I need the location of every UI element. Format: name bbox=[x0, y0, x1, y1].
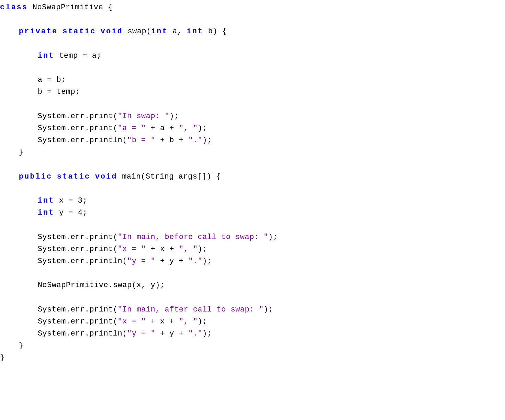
text bbox=[123, 27, 128, 36]
punct: } bbox=[0, 353, 5, 362]
ident: System bbox=[38, 317, 66, 326]
punct: . bbox=[85, 112, 90, 121]
ident: print bbox=[89, 245, 113, 253]
text bbox=[182, 27, 187, 36]
var-a: a bbox=[92, 52, 97, 60]
ident: err bbox=[71, 305, 85, 314]
punct: } bbox=[19, 148, 24, 157]
ident: println bbox=[89, 329, 122, 338]
punct: , bbox=[141, 281, 146, 290]
ident: err bbox=[71, 233, 85, 241]
punct: . bbox=[66, 136, 71, 145]
text bbox=[146, 281, 151, 290]
punct: ( bbox=[113, 245, 118, 253]
punct: ) bbox=[169, 112, 174, 121]
ident: print bbox=[89, 317, 113, 326]
text bbox=[58, 27, 63, 36]
punct: ) bbox=[202, 136, 207, 145]
punct: ; bbox=[75, 88, 80, 96]
text bbox=[54, 196, 59, 205]
punct: . bbox=[85, 233, 90, 241]
punct: . bbox=[85, 124, 90, 133]
punct: . bbox=[66, 124, 71, 133]
op-plus: + bbox=[155, 329, 169, 338]
keyword-public: public bbox=[19, 172, 52, 181]
keyword-int: int bbox=[38, 208, 55, 217]
op-plus: + bbox=[155, 257, 169, 265]
punct: . bbox=[85, 317, 90, 326]
keyword-static: static bbox=[57, 172, 90, 181]
param-a: a bbox=[172, 27, 177, 36]
ident: err bbox=[71, 329, 85, 338]
punct: = bbox=[78, 52, 92, 60]
text bbox=[54, 52, 59, 60]
punct: ) bbox=[202, 257, 207, 265]
method-call: swap bbox=[113, 281, 132, 290]
string-literal: "In swap: " bbox=[118, 112, 170, 121]
punct: . bbox=[66, 317, 71, 326]
ident: err bbox=[71, 124, 85, 133]
punct: ) bbox=[202, 329, 207, 338]
var-y: y bbox=[59, 208, 64, 217]
ident: println bbox=[89, 257, 122, 265]
keyword-class: class bbox=[0, 3, 28, 12]
ident: System bbox=[38, 112, 66, 121]
text bbox=[54, 208, 59, 217]
ident: err bbox=[71, 112, 85, 121]
var-b: b bbox=[56, 76, 61, 84]
punct: , bbox=[177, 27, 182, 36]
op-plus: + bbox=[155, 136, 169, 145]
ident: err bbox=[71, 245, 85, 253]
punct: ) bbox=[268, 233, 273, 241]
class-name: NoSwapPrimitive bbox=[33, 3, 103, 12]
punct: = bbox=[64, 196, 78, 205]
punct: ; bbox=[82, 196, 87, 205]
punct: } bbox=[19, 341, 24, 350]
var-a: a bbox=[160, 124, 165, 133]
punct: . bbox=[85, 305, 90, 314]
punct: . bbox=[85, 245, 90, 253]
op-plus: + bbox=[146, 124, 160, 133]
punct: ) bbox=[198, 124, 203, 133]
punct: ; bbox=[207, 329, 212, 338]
keyword-int: int bbox=[151, 27, 168, 36]
op-plus: + bbox=[165, 317, 179, 326]
var-a: a bbox=[38, 76, 43, 84]
punct: ; bbox=[202, 245, 207, 253]
ident: println bbox=[89, 136, 122, 145]
ident: System bbox=[38, 124, 66, 133]
method-name: main bbox=[122, 172, 141, 181]
text bbox=[117, 172, 122, 181]
punct: = bbox=[42, 88, 56, 96]
punct: . bbox=[66, 305, 71, 314]
string-literal: "y = " bbox=[127, 257, 155, 265]
punct: { bbox=[217, 27, 227, 36]
var-x: x bbox=[160, 245, 165, 253]
ident: System bbox=[38, 329, 66, 338]
ident: System bbox=[38, 136, 66, 145]
keyword-void: void bbox=[101, 27, 123, 36]
ident: System bbox=[38, 305, 66, 314]
op-plus: + bbox=[165, 124, 179, 133]
string-literal: ", " bbox=[179, 124, 198, 133]
keyword-void: void bbox=[95, 172, 117, 181]
text bbox=[96, 27, 101, 36]
punct: . bbox=[66, 112, 71, 121]
class-ref: NoSwapPrimitive bbox=[38, 281, 109, 290]
punct: ; bbox=[202, 317, 207, 326]
ident: err bbox=[71, 317, 85, 326]
var-b: b bbox=[169, 136, 174, 145]
punct: ; bbox=[273, 233, 278, 241]
op-plus: + bbox=[146, 317, 160, 326]
var-x: x bbox=[136, 281, 141, 290]
punct: ( bbox=[122, 136, 127, 145]
punct: ; bbox=[97, 52, 102, 60]
punct: ; bbox=[160, 281, 165, 290]
punct: ) bbox=[155, 281, 160, 290]
var-y: y bbox=[151, 281, 156, 290]
punct: ( bbox=[113, 305, 118, 314]
text bbox=[168, 27, 173, 36]
string-literal: "x = " bbox=[118, 245, 146, 253]
punct: ; bbox=[174, 112, 179, 121]
keyword-int: int bbox=[38, 52, 55, 60]
